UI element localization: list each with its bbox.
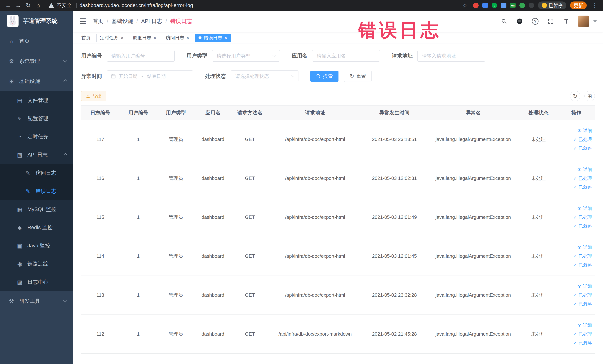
chrome-update-button[interactable]: 更新 bbox=[570, 1, 587, 9]
column-settings-button[interactable]: ⊞ bbox=[584, 91, 595, 101]
cell-user-id: 1 bbox=[119, 315, 157, 354]
detail-link[interactable]: 详细 bbox=[577, 322, 592, 328]
app-name-input[interactable] bbox=[312, 50, 380, 61]
app-logo[interactable]: 芋道管理系统 bbox=[0, 11, 73, 31]
processed-link[interactable]: ✓ 已处理 bbox=[573, 292, 592, 298]
check-icon: ✓ bbox=[573, 185, 577, 190]
cell-exception-time: 2021-05-03 12:01:49 bbox=[362, 198, 427, 237]
sidebar-item-trace[interactable]: ◉ 链路追踪 bbox=[0, 255, 73, 273]
extension-icon-3[interactable]: V bbox=[492, 3, 497, 8]
fullscreen-icon[interactable] bbox=[547, 17, 555, 25]
avatar-caret-down-icon[interactable] bbox=[593, 20, 597, 23]
extension-icon-7[interactable] bbox=[529, 3, 534, 8]
export-button[interactable]: 导出 bbox=[81, 91, 106, 101]
extension-icon-4[interactable] bbox=[501, 3, 506, 8]
sidebar-item-label: Java 监控 bbox=[27, 242, 50, 249]
tab-dispatch-log[interactable]: 调度日志 × bbox=[129, 34, 160, 42]
extension-icon-5[interactable]: on bbox=[510, 3, 516, 8]
select-placeholder: 请选择用户类型 bbox=[217, 53, 273, 59]
chevron-down-icon bbox=[291, 74, 294, 77]
cell-actions: 详细 ✓ 已处理 ✓ 已忽略 bbox=[557, 276, 595, 315]
detail-link[interactable]: 详细 bbox=[577, 205, 592, 211]
detail-link[interactable]: 详细 bbox=[577, 166, 592, 172]
font-size-icon[interactable]: T bbox=[562, 17, 570, 25]
breadcrumb-item[interactable]: 基础设施 bbox=[112, 18, 133, 25]
chrome-menu-icon[interactable]: ⋮ bbox=[590, 1, 599, 10]
processed-link[interactable]: ✓ 已处理 bbox=[573, 331, 592, 337]
detail-link-label: 详细 bbox=[583, 205, 592, 211]
breadcrumb-item[interactable]: API 日志 bbox=[141, 18, 162, 25]
exception-time-range-picker[interactable]: 开始日期 - 结束日期 bbox=[107, 70, 193, 82]
ignored-link[interactable]: ✓ 已忽略 bbox=[573, 184, 592, 190]
filter-label-user-id: 用户编号 bbox=[81, 52, 102, 59]
ignored-link-label: 已忽略 bbox=[579, 262, 592, 268]
forward-icon[interactable]: → bbox=[14, 1, 23, 10]
sidebar-item-dev-tools[interactable]: ⚒ 研发工具 bbox=[0, 291, 73, 311]
security-chip[interactable]: ! 不安全 bbox=[48, 2, 78, 9]
refresh-table-button[interactable]: ↻ bbox=[570, 91, 580, 101]
active-tab-dot bbox=[198, 36, 201, 39]
detail-link[interactable]: 详细 bbox=[577, 128, 592, 133]
cell-exception-time: 2021-05-02 23:32:28 bbox=[362, 276, 427, 315]
sidebar-item-scheduled-tasks[interactable]: ◔ 定时任务 bbox=[0, 128, 73, 146]
sidebar-item-access-log[interactable]: ✎ 访问日志 bbox=[0, 164, 73, 182]
detail-link[interactable]: 详细 bbox=[577, 283, 592, 289]
close-icon[interactable]: × bbox=[153, 35, 156, 40]
address-url[interactable]: dashboard.yudao.iocoder.cn/infra/log/api… bbox=[80, 3, 193, 8]
user-id-input[interactable] bbox=[107, 50, 175, 61]
tab-home[interactable]: 首页 bbox=[78, 34, 94, 42]
extension-icon-6[interactable] bbox=[519, 3, 525, 8]
tab-error-log[interactable]: 错误日志 × bbox=[195, 34, 231, 42]
reset-button[interactable]: ↻ 重置 bbox=[344, 71, 372, 82]
ignored-link[interactable]: ✓ 已忽略 bbox=[573, 301, 592, 307]
github-icon[interactable] bbox=[515, 17, 524, 25]
extension-icon-1[interactable] bbox=[473, 3, 479, 8]
cell-exception-time: 2021-05-03 23:13:51 bbox=[362, 120, 427, 159]
bookmark-star-icon[interactable]: ☆ bbox=[461, 1, 469, 10]
breadcrumb-item[interactable]: 首页 bbox=[93, 18, 104, 25]
paused-extension-badge[interactable]: 已暂停 bbox=[538, 1, 566, 9]
search-icon[interactable] bbox=[500, 17, 508, 25]
api-log-icon: ▧ bbox=[16, 152, 23, 158]
processed-link[interactable]: ✓ 已处理 bbox=[573, 253, 592, 259]
sidebar-item-error-log[interactable]: ✎ 错误日志 bbox=[0, 182, 73, 200]
sidebar-item-api-log[interactable]: ▧ API 日志 bbox=[0, 146, 73, 164]
ignored-link[interactable]: ✓ 已忽略 bbox=[573, 340, 592, 346]
detail-link[interactable]: 详细 bbox=[577, 244, 592, 250]
help-icon[interactable]: ? bbox=[531, 17, 539, 25]
processed-link[interactable]: ✓ 已处理 bbox=[573, 137, 592, 142]
hamburger-icon[interactable]: ☰ bbox=[79, 17, 86, 26]
sidebar-item-system[interactable]: ⚙ 系统管理 bbox=[0, 51, 73, 71]
user-type-select[interactable]: 请选择用户类型 bbox=[212, 50, 280, 61]
process-status-select[interactable]: 请选择处理状态 bbox=[231, 70, 299, 82]
close-icon[interactable]: × bbox=[121, 35, 123, 40]
extension-icon-2[interactable] bbox=[482, 3, 488, 8]
sidebar-item-home[interactable]: ⌂ 首页 bbox=[0, 31, 73, 51]
sidebar-item-infra[interactable]: ⊞ 基础设施 bbox=[0, 71, 73, 91]
column-header: 异常发生时间 bbox=[362, 106, 427, 120]
sidebar-item-redis-monitor[interactable]: ◆ Redis 监控 bbox=[0, 218, 73, 237]
sidebar-item-mysql-monitor[interactable]: ▦ MySQL 监控 bbox=[0, 200, 73, 218]
sidebar-item-file-manage[interactable]: ▤ 文件管理 bbox=[0, 91, 73, 109]
sidebar-item-log-center[interactable]: ▨ 日志中心 bbox=[0, 273, 73, 291]
chrome-home-icon[interactable]: ⌂ bbox=[34, 1, 43, 10]
filter-label-user-type: 用户类型 bbox=[186, 52, 207, 59]
sidebar-item-java-monitor[interactable]: ▣ Java 监控 bbox=[0, 237, 73, 255]
ignored-link[interactable]: ✓ 已忽略 bbox=[573, 145, 592, 151]
back-icon[interactable]: ← bbox=[4, 1, 13, 10]
ignored-link[interactable]: ✓ 已忽略 bbox=[573, 262, 592, 268]
close-icon[interactable]: × bbox=[224, 35, 227, 40]
ignored-link[interactable]: ✓ 已忽略 bbox=[573, 223, 592, 229]
request-url-input[interactable] bbox=[417, 50, 485, 61]
reload-icon[interactable]: ↻ bbox=[24, 1, 33, 10]
avatar[interactable] bbox=[578, 16, 589, 27]
tab-scheduled-tasks[interactable]: 定时任务 × bbox=[96, 34, 127, 42]
home-icon: ⌂ bbox=[8, 38, 15, 44]
close-icon[interactable]: × bbox=[186, 35, 189, 40]
tab-access-log[interactable]: 访问日志 × bbox=[162, 34, 193, 42]
processed-link[interactable]: ✓ 已处理 bbox=[573, 214, 592, 220]
search-button[interactable]: 搜索 bbox=[310, 71, 338, 82]
processed-link[interactable]: ✓ 已处理 bbox=[573, 176, 592, 181]
cell-user-id: 1 bbox=[119, 276, 157, 315]
sidebar-item-config-manage[interactable]: ✎ 配置管理 bbox=[0, 109, 73, 128]
